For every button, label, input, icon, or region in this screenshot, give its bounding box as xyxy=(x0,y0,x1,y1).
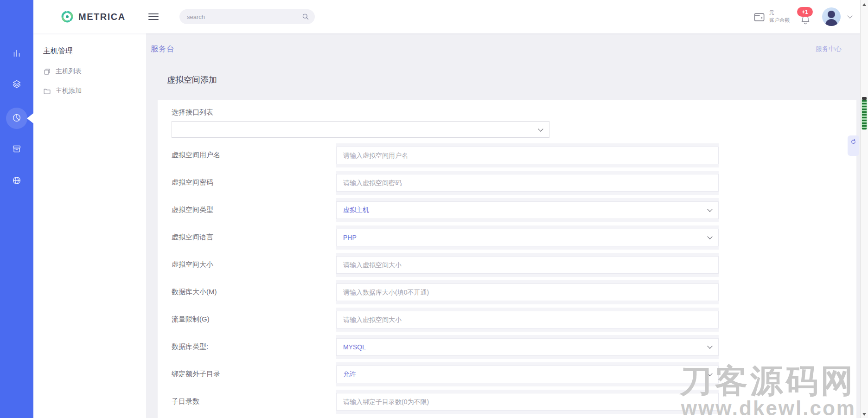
chevron-down-icon xyxy=(707,234,712,239)
search-bar[interactable] xyxy=(179,9,315,24)
chevron-down-icon xyxy=(538,126,543,131)
field-control-wrap xyxy=(336,308,719,332)
brand-logo[interactable]: METRICA xyxy=(33,10,147,24)
field-control-wrap: PHP xyxy=(336,225,719,250)
form-row: 数据库类型:MYSQL xyxy=(172,333,856,360)
module-sidebar: 主机管理 主机列表 主机添加 xyxy=(33,33,146,418)
chevron-down-icon xyxy=(707,343,712,348)
field-control-wrap xyxy=(336,280,719,304)
notifications-button[interactable]: +1 xyxy=(797,6,815,27)
globe-icon[interactable] xyxy=(12,175,22,186)
field-label: 绑定额外子目录 xyxy=(172,370,336,379)
field-control-wrap: MYSQL xyxy=(336,335,719,359)
space-size-input[interactable] xyxy=(336,256,719,274)
form-row: 数据库大小(M) xyxy=(172,278,856,306)
floating-widget[interactable] xyxy=(848,135,859,156)
metrica-ring-icon xyxy=(60,10,74,24)
field-label: 虚拟空间用户名 xyxy=(172,151,336,160)
breadcrumb-service-desk[interactable]: 服务台 xyxy=(151,44,174,54)
sidebar-item-host-add[interactable]: 主机添加 xyxy=(33,87,146,95)
space-language-select[interactable]: PHP xyxy=(336,229,719,246)
scrollbar-down-arrow[interactable] xyxy=(862,413,866,416)
scrollbar-thumb[interactable] xyxy=(862,98,867,130)
archive-icon[interactable] xyxy=(12,144,22,154)
sidebar-heading: 主机管理 xyxy=(33,33,146,56)
field-control-wrap xyxy=(336,390,719,414)
field-label: 虚拟空间类型 xyxy=(172,206,336,214)
form-row: 子目录数 xyxy=(172,388,856,415)
select-value: 允许 xyxy=(343,370,356,379)
form-card: 选择接口列表 虚拟空间用户名虚拟空间密码虚拟空间类型虚拟主机虚拟空间语言PHP虚… xyxy=(158,100,856,418)
database-size-input[interactable] xyxy=(336,283,719,301)
pie-chart-icon[interactable] xyxy=(12,113,22,123)
balance-caption: 账户余额 xyxy=(769,17,790,24)
bar-chart-icon[interactable] xyxy=(12,48,22,58)
search-input[interactable] xyxy=(187,13,302,20)
layers-icon[interactable] xyxy=(12,79,22,89)
form-rows: 虚拟空间用户名虚拟空间密码虚拟空间类型虚拟主机虚拟空间语言PHP虚拟空间大小数据… xyxy=(172,141,856,415)
field-label: 数据库大小(M) xyxy=(172,288,336,296)
scrollbar-thumb-cap xyxy=(862,97,867,100)
form-row: 虚拟空间用户名 xyxy=(172,141,856,169)
space-username-input[interactable] xyxy=(336,147,719,164)
sidebar-item-label: 主机添加 xyxy=(56,87,82,95)
profile-chevron-down-icon[interactable] xyxy=(847,13,852,18)
wallet-icon xyxy=(753,11,766,23)
extra-subdirectory-select[interactable]: 允许 xyxy=(336,366,719,383)
space-password-input[interactable] xyxy=(336,174,719,192)
field-control-wrap: 允许 xyxy=(336,362,719,386)
refresh-icon xyxy=(850,138,857,145)
top-header: METRICA 元 账户余额 +1 xyxy=(33,0,860,33)
brand-name: METRICA xyxy=(78,12,126,22)
form-row: 虚拟空间大小 xyxy=(172,251,856,278)
field-label: 虚拟空间密码 xyxy=(172,178,336,187)
page-title: 虚拟空间添加 xyxy=(167,74,217,85)
field-label: 虚拟空间大小 xyxy=(172,260,336,269)
copy-icon xyxy=(43,68,51,76)
database-type-select[interactable]: MYSQL xyxy=(336,338,719,356)
icon-sidebar xyxy=(0,0,33,418)
select-value: 虚拟主机 xyxy=(343,206,369,214)
search-icon[interactable] xyxy=(302,13,309,20)
form-row: 流量限制(G) xyxy=(172,306,856,333)
service-center-link[interactable]: 服务中心 xyxy=(816,45,842,53)
select-value: MYSQL xyxy=(343,343,366,351)
breadcrumb: 服务台 服务中心 xyxy=(151,44,842,54)
menu-toggle-icon[interactable] xyxy=(148,12,159,22)
form-row: 虚拟空间类型虚拟主机 xyxy=(172,196,856,224)
sidebar-item-host-list[interactable]: 主机列表 xyxy=(33,67,146,76)
field-label: 数据库类型: xyxy=(172,342,336,351)
active-item-notch xyxy=(27,113,33,123)
form-row: 绑定额外子目录允许 xyxy=(172,360,856,388)
chevron-down-icon xyxy=(707,206,712,212)
subdirectory-count-input[interactable] xyxy=(336,393,719,411)
notification-badge: +1 xyxy=(797,7,813,17)
sidebar-item-label: 主机列表 xyxy=(56,67,82,76)
field-label: 选择接口列表 xyxy=(172,108,856,117)
account-balance[interactable]: 元 账户余额 xyxy=(753,9,790,24)
field-label: 虚拟空间语言 xyxy=(172,233,336,242)
field-control-wrap xyxy=(336,143,719,167)
form-row: 虚拟空间语言PHP xyxy=(172,224,856,251)
select-value: PHP xyxy=(343,234,357,241)
space-type-select[interactable]: 虚拟主机 xyxy=(336,201,719,219)
field-label: 子目录数 xyxy=(172,397,336,406)
field-control-wrap xyxy=(336,171,719,195)
header-actions: 元 账户余额 +1 xyxy=(753,6,860,27)
scrollbar-up-arrow[interactable] xyxy=(862,3,866,6)
traffic-limit-input[interactable] xyxy=(336,311,719,328)
chevron-down-icon xyxy=(707,371,712,376)
page-scrollbar[interactable] xyxy=(860,0,868,418)
interface-list-select[interactable] xyxy=(172,121,549,138)
balance-unit: 元 xyxy=(769,9,790,17)
field-label: 流量限制(G) xyxy=(172,315,336,324)
field-control-wrap xyxy=(336,253,719,277)
form-row: 虚拟空间密码 xyxy=(172,169,856,196)
main-content: 服务台 服务中心 虚拟空间添加 选择接口列表 虚拟空间用户名虚拟空间密码虚拟空间… xyxy=(146,33,860,418)
folder-icon xyxy=(43,87,51,95)
field-control-wrap: 虚拟主机 xyxy=(336,198,719,222)
user-avatar[interactable] xyxy=(822,7,841,26)
